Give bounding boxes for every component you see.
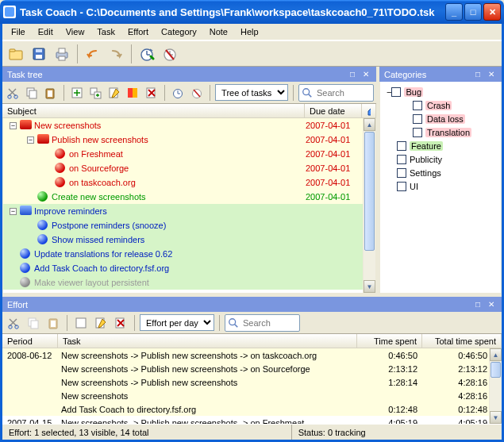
task-timer-stop-icon[interactable] xyxy=(189,84,206,102)
task-row[interactable]: Make viewer layout persistent xyxy=(3,275,375,290)
task-tree[interactable]: −New screenshots2007-04-01−Publish new s… xyxy=(2,118,376,294)
undo-button[interactable] xyxy=(83,44,103,64)
redo-button[interactable] xyxy=(106,44,126,64)
menu-task[interactable]: Task xyxy=(91,25,121,38)
task-row[interactable]: Show missed reminders xyxy=(3,233,375,247)
new-subtask-icon[interactable] xyxy=(87,84,104,102)
category-checkbox[interactable] xyxy=(397,182,406,191)
scroll-thumb[interactable] xyxy=(491,362,501,378)
tasktree-header[interactable]: Task tree □ ✕ xyxy=(2,67,376,82)
tasktree-search[interactable] xyxy=(298,84,374,102)
col-period[interactable]: Period xyxy=(2,334,58,348)
minimize-button[interactable]: _ xyxy=(445,3,463,21)
close-button[interactable]: ✕ xyxy=(483,3,501,21)
effort-search-input[interactable] xyxy=(241,317,297,329)
category-row[interactable]: Crash xyxy=(382,98,499,112)
effort-row[interactable]: New screenshots -> Publish new screensho… xyxy=(2,375,502,389)
task-row[interactable]: Add Task Coach to directory.fsf.org xyxy=(3,261,375,275)
color-icon[interactable] xyxy=(125,84,141,102)
task-row[interactable]: −Improve reminders xyxy=(3,204,375,218)
categories-header[interactable]: Categories □ ✕ xyxy=(379,67,502,82)
new-effort-icon[interactable] xyxy=(72,314,90,332)
pane-max-icon[interactable]: □ xyxy=(472,300,483,309)
effort-search[interactable] xyxy=(225,314,300,332)
scroll-up-icon[interactable]: ▲ xyxy=(490,348,502,361)
pane-close-icon[interactable]: ✕ xyxy=(486,300,497,309)
delete-effort-icon[interactable] xyxy=(112,314,129,332)
category-checkbox[interactable] xyxy=(413,128,422,137)
task-scrollbar[interactable]: ▲ ▼ xyxy=(363,118,375,293)
scroll-down-icon[interactable]: ▼ xyxy=(490,411,502,424)
paste-icon[interactable] xyxy=(44,314,62,332)
category-row[interactable]: Settings xyxy=(382,166,499,179)
task-row[interactable]: Update translations for release 0.62 xyxy=(3,247,375,261)
scroll-up-icon[interactable]: ▲ xyxy=(364,118,375,131)
col-task[interactable]: Task xyxy=(58,334,357,348)
category-checkbox[interactable] xyxy=(397,141,406,151)
pane-close-icon[interactable]: ✕ xyxy=(486,70,497,79)
task-column-header[interactable]: Subject Due date xyxy=(2,104,376,118)
edit-task-icon[interactable] xyxy=(106,84,123,102)
category-row[interactable]: −Bug xyxy=(382,85,499,98)
expander-icon[interactable]: − xyxy=(10,208,17,215)
cut-icon[interactable] xyxy=(5,84,21,102)
pane-close-icon[interactable]: ✕ xyxy=(360,70,371,79)
tasktree-search-input[interactable] xyxy=(315,87,371,98)
category-row[interactable]: Feature xyxy=(382,139,499,152)
effort-header[interactable]: Effort □ ✕ xyxy=(2,297,502,312)
save-button[interactable] xyxy=(29,44,49,64)
scroll-down-icon[interactable]: ▼ xyxy=(364,280,375,293)
task-row[interactable]: −Publish new screenshots2007-04-01 xyxy=(3,133,375,147)
maximize-button[interactable]: □ xyxy=(464,3,482,21)
col-spent[interactable]: Time spent xyxy=(357,334,422,348)
print-button[interactable] xyxy=(52,44,72,64)
menu-category[interactable]: Category xyxy=(156,25,202,38)
effort-scrollbar[interactable]: ▲ ▼ xyxy=(489,348,502,424)
task-row[interactable]: on Sourceforge2007-04-01 xyxy=(3,161,375,175)
delete-task-icon[interactable] xyxy=(144,84,160,102)
pane-max-icon[interactable]: □ xyxy=(347,70,358,79)
effort-row[interactable]: 2008-06-12New screenshots -> Publish new… xyxy=(2,348,502,362)
effort-column-header[interactable]: Period Task Time spent Total time spent xyxy=(2,334,502,348)
tasktree-view-select[interactable]: Tree of tasks xyxy=(215,84,288,101)
task-row[interactable]: on Freshmeat2007-04-01 xyxy=(3,147,375,161)
pane-max-icon[interactable]: □ xyxy=(472,70,483,79)
paste-icon[interactable] xyxy=(42,84,59,102)
expander-icon[interactable]: − xyxy=(10,122,17,129)
timer-start-button[interactable] xyxy=(137,44,157,64)
col-total[interactable]: Total time spent xyxy=(422,334,502,348)
category-row[interactable]: Translation xyxy=(382,125,499,139)
category-checkbox[interactable] xyxy=(391,87,401,97)
menu-note[interactable]: Note xyxy=(204,25,233,38)
menu-effort[interactable]: Effort xyxy=(122,25,154,38)
task-row[interactable]: on taskcoach.org2007-04-01 xyxy=(3,175,375,190)
edit-effort-icon[interactable] xyxy=(92,314,110,332)
category-checkbox[interactable] xyxy=(413,101,422,110)
effort-row[interactable]: 2007-04-15New screenshots -> Publish new… xyxy=(2,416,502,424)
col-home-icon[interactable] xyxy=(362,104,376,117)
effort-row[interactable]: Add Task Coach to directory.fsf.org0:12:… xyxy=(2,402,502,416)
category-row[interactable]: Data loss xyxy=(382,112,499,125)
task-timer-start-icon[interactable] xyxy=(170,84,187,102)
open-button[interactable] xyxy=(6,44,26,64)
effort-row[interactable]: New screenshots -> Publish new screensho… xyxy=(2,362,502,375)
menu-view[interactable]: View xyxy=(60,25,90,38)
menu-file[interactable]: File xyxy=(6,25,31,38)
task-row[interactable]: Postpone reminders (snooze) xyxy=(3,218,375,233)
category-checkbox[interactable] xyxy=(397,168,406,178)
category-tree[interactable]: −BugCrashData lossTranslationFeaturePubl… xyxy=(379,82,502,294)
category-row[interactable]: UI xyxy=(382,179,499,193)
copy-icon[interactable] xyxy=(24,84,40,102)
task-row[interactable]: Create new screenshots2007-04-01 xyxy=(3,190,375,204)
scroll-thumb[interactable] xyxy=(364,132,375,251)
task-row[interactable]: −New screenshots2007-04-01 xyxy=(3,118,375,133)
col-subject[interactable]: Subject xyxy=(2,104,305,117)
col-duedate[interactable]: Due date xyxy=(305,104,362,117)
category-checkbox[interactable] xyxy=(397,155,406,164)
category-row[interactable]: Publicity xyxy=(382,152,499,166)
copy-icon[interactable] xyxy=(25,314,42,332)
effort-view-select[interactable]: Effort per day xyxy=(140,314,214,331)
effort-row[interactable]: New screenshots4:28:16 xyxy=(2,389,502,402)
category-checkbox[interactable] xyxy=(413,114,422,124)
effort-table[interactable]: 2008-06-12New screenshots -> Publish new… xyxy=(2,348,502,424)
